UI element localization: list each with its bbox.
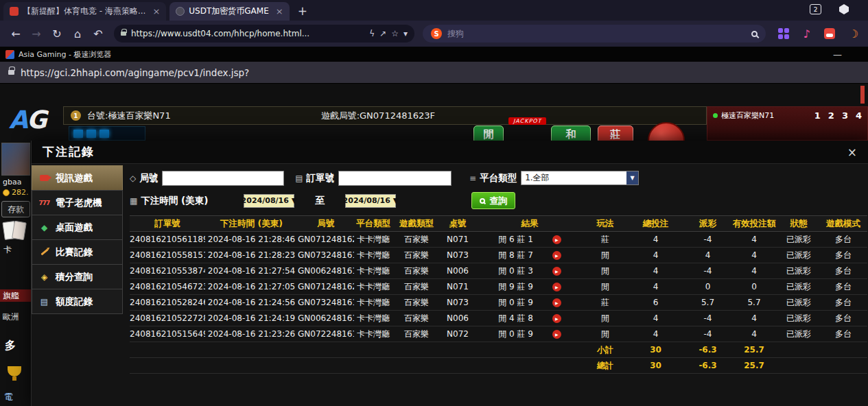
cell-play: 閒 bbox=[585, 311, 626, 326]
subtotal-valid: 25.7 bbox=[730, 342, 778, 358]
cell-round-id: GN006248161IX bbox=[298, 263, 354, 279]
document-icon: ▤ bbox=[295, 174, 303, 183]
sidebar-item-table-games[interactable]: ◆ 桌面遊戲 bbox=[32, 215, 123, 240]
tab-favicon bbox=[176, 7, 185, 16]
share-icon[interactable]: ↗ bbox=[379, 29, 386, 38]
search-bar[interactable]: S 搜狗 bbox=[423, 25, 766, 43]
sidebar-item-match-records[interactable]: 比賽記錄 bbox=[32, 239, 123, 265]
cell-table-no: N073 bbox=[441, 248, 475, 263]
app-menu-icon[interactable] bbox=[839, 4, 849, 14]
cell-round-id: GN073248161JD bbox=[298, 248, 354, 263]
replay-icon[interactable]: ▶ bbox=[552, 314, 561, 323]
order-input[interactable] bbox=[338, 171, 451, 186]
col-platform: 平台類型 bbox=[354, 216, 392, 232]
cell-play: 閒 bbox=[585, 263, 626, 279]
modal-title: 下注記錄 bbox=[43, 144, 95, 160]
chevron-down-icon[interactable]: ▾ bbox=[403, 29, 408, 38]
tab-counter-icon[interactable]: 2 bbox=[810, 4, 821, 14]
replay-icon[interactable]: ▶ bbox=[552, 251, 561, 260]
cell-result: 閒 8 莊 7▶ bbox=[475, 248, 585, 263]
table-tab-4[interactable]: 4 bbox=[856, 110, 862, 121]
sidebar-item-quota-records[interactable]: ▤ 額度記錄 bbox=[32, 289, 123, 314]
sidebar-item-label: 積分查詢 bbox=[56, 271, 93, 283]
sidebar-item-slots[interactable]: 777 電子老虎機 bbox=[32, 190, 123, 215]
modal-sidebar: 視訊遊戲 777 電子老虎機 ◆ 桌面遊戲 比賽記錄 bbox=[32, 164, 123, 406]
tab-close-icon[interactable]: × bbox=[276, 6, 283, 16]
cell-platform: 卡卡灣廳 bbox=[354, 263, 392, 279]
table-tab-3[interactable]: 3 bbox=[842, 110, 848, 121]
browser-toolbar: ← → ↻ ⌂ ↶ https://www.usdt04.com/hhcp/ho… bbox=[0, 21, 868, 47]
back-icon[interactable]: ← bbox=[7, 27, 25, 40]
subtotal-label: 小計 bbox=[585, 342, 626, 358]
tab-close-icon[interactable]: × bbox=[152, 6, 160, 16]
cell-payout: -4 bbox=[685, 311, 730, 326]
apps-grid-icon[interactable] bbox=[778, 28, 789, 39]
refresh-icon[interactable]: ↻ bbox=[48, 27, 66, 40]
deposit-button[interactable]: 存款 bbox=[1, 201, 30, 217]
sidebar-item-label: 比賽記錄 bbox=[56, 246, 93, 259]
lobby-label-electronic: 電 bbox=[4, 391, 13, 403]
table-tab-2[interactable]: 2 bbox=[828, 110, 834, 121]
search-button[interactable]: 查詢 bbox=[471, 192, 515, 209]
sidebar-item-label: 額度記錄 bbox=[56, 296, 93, 308]
online-dot-icon bbox=[713, 113, 718, 118]
replay-icon[interactable]: ▶ bbox=[552, 283, 561, 291]
cell-table-no: N073 bbox=[441, 295, 475, 311]
cell-total-bet: 6 bbox=[626, 295, 685, 311]
cell-result: 閒 0 莊 9▶ bbox=[475, 295, 585, 311]
cell-status: 已派彩 bbox=[778, 232, 819, 248]
sidebar-item-points-query[interactable]: ◈ 積分查詢 bbox=[32, 264, 123, 289]
bet-records-modal: 下注記錄 × 視訊遊戲 777 電子老虎機 ◆ 桌面遊戲 bbox=[31, 141, 868, 406]
cell-bet-time: 2024-08-16 21:24:19 bbox=[205, 311, 298, 326]
cell-payout: -4 bbox=[685, 326, 730, 342]
col-table: 桌號 bbox=[441, 216, 475, 232]
new-tab-button[interactable]: + bbox=[298, 4, 307, 18]
url-text[interactable]: https://www.usdt04.com/hhcp/home.html... bbox=[131, 29, 364, 38]
cell-total-bet: 4 bbox=[626, 263, 685, 279]
lightning-icon[interactable]: ϟ bbox=[369, 29, 375, 38]
minimize-icon[interactable]: — bbox=[833, 49, 842, 60]
order-filter-label: ▤ 訂單號 bbox=[295, 172, 334, 184]
col-payout: 派彩 bbox=[685, 216, 730, 232]
forward-icon[interactable]: → bbox=[27, 27, 45, 40]
date-from-picker[interactable]: 2024/08/16 ▼ bbox=[244, 194, 294, 208]
music-icon[interactable]: ♪ bbox=[803, 27, 810, 40]
replay-icon[interactable]: ▶ bbox=[552, 330, 561, 339]
gem-icon: ◈ bbox=[38, 272, 50, 282]
cell-play: 閒 bbox=[585, 279, 626, 295]
close-icon[interactable]: × bbox=[847, 145, 857, 159]
game-url-text[interactable]: https://gci.2hhapi.com/agingame/pcv1/ind… bbox=[21, 67, 249, 78]
history-icon[interactable]: ↶ bbox=[89, 27, 107, 40]
cell-status: 已派彩 bbox=[778, 326, 819, 342]
date-to-picker[interactable]: 2024/08/16 ▼ bbox=[345, 194, 396, 208]
cell-play: 莊 bbox=[585, 232, 626, 248]
col-game-type: 遊戲類型 bbox=[392, 216, 441, 232]
night-mode-icon[interactable]: ☽ bbox=[849, 27, 858, 40]
home-icon[interactable]: ⌂ bbox=[69, 27, 86, 40]
replay-icon[interactable]: ▶ bbox=[552, 298, 561, 307]
table-row: 2408162105611892024-08-16 21:28:46GN0712… bbox=[130, 232, 867, 248]
result-text: 閒 4 莊 8 bbox=[498, 313, 533, 324]
bookmark-star-icon[interactable]: ☆ bbox=[391, 29, 399, 38]
sidebar-item-video-games[interactable]: 視訊遊戲 bbox=[32, 165, 123, 191]
search-engine-label[interactable]: 搜狗 bbox=[447, 28, 746, 40]
round-input[interactable] bbox=[162, 171, 284, 186]
tab-usdt-game[interactable]: USDT加密货币GAME × bbox=[169, 2, 289, 21]
game-page: AG 1 台號:極速百家樂N71 遊戲局號:GN0712481623F 閒 JA… bbox=[0, 84, 868, 406]
replay-icon[interactable]: ▶ bbox=[552, 235, 561, 244]
lobby-label-flagship: 旗艦 bbox=[0, 289, 31, 302]
game-info-bar: 1 台號:極速百家樂N71 遊戲局號:GN0712481623F bbox=[63, 106, 707, 125]
cell-game-type: 百家樂 bbox=[392, 279, 441, 295]
search-icon[interactable] bbox=[751, 31, 758, 37]
replay-icon[interactable]: ▶ bbox=[552, 267, 561, 276]
cell-mode: 多台 bbox=[819, 248, 867, 263]
game-address-bar[interactable]: https://gci.2hhapi.com/agingame/pcv1/ind… bbox=[0, 62, 868, 84]
video-app-icon[interactable] bbox=[824, 28, 835, 39]
coin-icon bbox=[3, 189, 10, 196]
tab-sports[interactable]: 【新提醒】体育电竞 - 海燕策略... × bbox=[3, 2, 166, 21]
address-bar[interactable]: https://www.usdt04.com/hhcp/home.html...… bbox=[114, 25, 414, 43]
tag-icon: ◇ bbox=[130, 174, 136, 183]
col-order: 訂單號 bbox=[130, 216, 205, 232]
table-tab-1[interactable]: 1 bbox=[814, 110, 821, 121]
platform-select[interactable]: 1.全部 ▼ bbox=[521, 171, 639, 185]
